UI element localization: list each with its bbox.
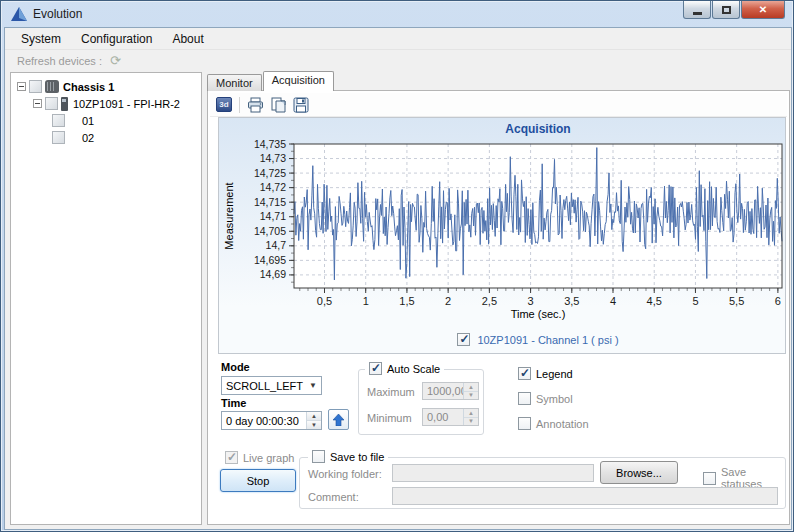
module-icon [61,97,68,111]
close-button[interactable]: ✕ [741,1,785,19]
symbol-option[interactable]: Symbol [518,392,573,405]
spin-down-icon: ▼ [464,392,478,400]
svg-text:2: 2 [445,295,451,307]
tab-acquisition[interactable]: Acquisition [263,71,334,91]
minimize-button[interactable] [683,1,711,19]
device-tree: Chassis 1 10ZP1091 - FPI-HR-2 01 02 [10,72,202,525]
minimum-value: 0,00 [423,411,463,423]
tree-item-label: Chassis 1 [63,81,114,93]
client-area: System Configuration About Refresh devic… [4,27,792,530]
tab-strip: Monitor Acquisition [207,72,335,91]
time-spinner[interactable]: 0 day 00:00:30 ▲▼ [221,411,322,430]
print-button[interactable] [245,95,265,115]
time-spin-buttons[interactable]: ▲▼ [306,412,321,429]
spin-up-icon: ▲ [464,409,478,418]
svg-text:5: 5 [692,295,698,307]
refresh-icon[interactable]: ⟳ [110,55,121,67]
print-icon [247,97,264,113]
annotation-option[interactable]: Annotation [518,417,589,430]
mode-label: Mode [221,361,250,373]
legend-series-label: 10ZP1091 - Channel 1 ( psi ) [477,334,618,346]
svg-text:14,7: 14,7 [266,239,287,251]
tree-item-chassis[interactable]: Chassis 1 [11,78,201,95]
svg-text:1: 1 [363,295,369,307]
save-statuses-checkbox[interactable] [703,472,716,485]
save-to-file-group: Save to file Working folder: Browse... S… [299,457,786,509]
svg-text:14,695: 14,695 [254,254,286,266]
legend-option-label: Legend [536,368,573,380]
live-graph-checkbox [225,451,238,464]
auto-scale-label: Auto Scale [387,363,440,375]
collapse-icon[interactable] [17,82,26,91]
acquisition-page: 3d [207,90,790,525]
browse-button[interactable]: Browse... [600,461,678,484]
mode-value: SCROLL_LEFT [222,380,305,392]
maximum-spinner: 1000,00 ▲▼ [422,382,479,400]
chart-x-axis-label: Time (sec.) [511,308,566,320]
mode-dropdown[interactable]: SCROLL_LEFT ▼ [221,376,322,395]
svg-text:14,72: 14,72 [260,181,286,193]
svg-text:14,73: 14,73 [260,152,286,164]
save-icon [293,97,309,113]
minimize-icon [693,12,702,15]
tree-item-module[interactable]: 10ZP1091 - FPI-HR-2 [11,95,201,112]
save-to-file-caption: Save to file [308,450,388,463]
symbol-checkbox[interactable] [518,392,531,405]
save-to-file-label: Save to file [330,451,384,463]
app-window: Evolution ✕ System Configuration About R… [0,0,794,532]
maximum-value: 1000,00 [423,385,463,397]
svg-text:14,71: 14,71 [260,210,286,222]
annotation-checkbox[interactable] [518,417,531,430]
toolbar-separator [239,97,240,113]
svg-text:0,5: 0,5 [317,295,332,307]
apply-time-button[interactable] [328,409,349,430]
tree-item-channel-02[interactable]: 02 [11,129,201,146]
close-icon: ✕ [759,4,767,15]
live-graph-label: Live graph [243,452,294,464]
svg-text:4,5: 4,5 [647,295,662,307]
comment-label: Comment: [308,491,359,503]
svg-text:1,5: 1,5 [399,295,414,307]
chevron-down-icon: ▼ [305,377,321,394]
graph-toolbar: 3d [210,93,787,117]
auto-scale-checkbox[interactable] [369,362,382,375]
time-label: Time [221,397,246,409]
svg-text:3,5: 3,5 [564,295,579,307]
maximum-label: Maximum [367,386,415,398]
chassis-icon [45,80,59,93]
collapse-icon[interactable] [33,99,42,108]
maximum-spin-buttons: ▲▼ [463,383,478,399]
auto-scale-caption: Auto Scale [365,362,444,375]
svg-text:14,715: 14,715 [254,196,286,208]
maximize-button[interactable] [712,1,740,19]
export-image-icon [270,97,286,113]
legend-checkbox[interactable] [518,367,531,380]
tree-item-channel-01[interactable]: 01 [11,112,201,129]
device-box-icon [29,80,42,93]
tab-monitor[interactable]: Monitor [207,74,262,91]
stop-button[interactable]: Stop [220,469,296,492]
copy-image-button[interactable] [268,95,288,115]
symbol-option-label: Symbol [536,393,573,405]
up-arrow-icon [333,414,344,426]
auto-scale-group: Auto Scale Maximum 1000,00 ▲▼ Minimum 0,… [358,369,484,435]
svg-text:14,725: 14,725 [254,167,286,179]
title-bar[interactable]: Evolution ✕ [1,1,793,27]
refresh-toolstrip: Refresh devices : ⟳ [5,51,791,70]
device-box-icon [45,97,58,110]
menu-about[interactable]: About [162,29,213,49]
working-folder-input [392,464,594,482]
chart-title: Acquisition [505,122,570,136]
save-graph-button[interactable] [291,95,311,115]
menu-system[interactable]: System [11,29,71,49]
3d-view-button[interactable]: 3d [214,95,234,115]
maximize-icon [722,6,731,14]
comment-input [392,487,778,505]
chart-legend: 10ZP1091 - Channel 1 ( psi ) [294,333,782,346]
tree-item-label: 02 [68,132,94,144]
minimum-label: Minimum [367,412,412,424]
save-to-file-checkbox[interactable] [312,450,325,463]
legend-option[interactable]: Legend [518,367,573,380]
legend-series-checkbox[interactable] [457,333,470,346]
menu-configuration[interactable]: Configuration [71,29,162,49]
